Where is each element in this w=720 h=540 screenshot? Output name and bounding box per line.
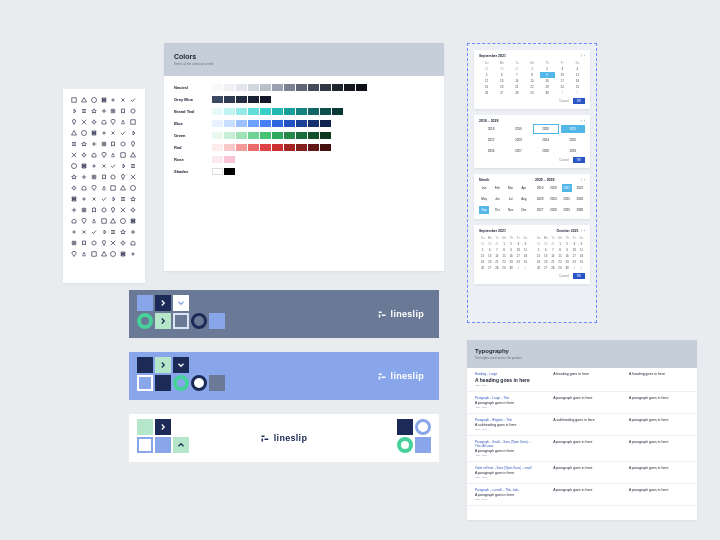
color-swatch[interactable] — [356, 84, 367, 91]
calendar-day[interactable]: 28 — [509, 90, 524, 96]
color-swatch[interactable] — [260, 108, 271, 115]
color-swatch[interactable] — [212, 84, 223, 91]
color-swatch[interactable] — [320, 108, 331, 115]
color-swatch[interactable] — [248, 96, 259, 103]
calendar-day[interactable]: 29 — [500, 265, 507, 271]
color-swatch[interactable] — [308, 108, 319, 115]
picker-cell[interactable]: 2023 — [535, 195, 545, 203]
color-swatch[interactable] — [224, 108, 235, 115]
picker-cell[interactable]: 2020 — [534, 125, 558, 133]
picker-cell[interactable]: 2022 — [575, 184, 585, 192]
calendar-day[interactable]: 27 — [486, 265, 493, 271]
picker-cell[interactable]: 2023 — [506, 136, 530, 144]
picker-cell[interactable]: 2025 — [561, 136, 585, 144]
color-swatch[interactable] — [248, 108, 259, 115]
color-swatch[interactable] — [296, 132, 307, 139]
color-swatch[interactable] — [284, 84, 295, 91]
picker-cell[interactable]: May — [479, 195, 489, 203]
color-swatch[interactable] — [236, 84, 247, 91]
color-swatch[interactable] — [272, 144, 283, 151]
cancel-button[interactable]: Cancel — [555, 273, 572, 279]
color-swatch[interactable] — [248, 144, 259, 151]
picker-cell[interactable]: Mar — [506, 184, 516, 192]
color-swatch[interactable] — [332, 84, 343, 91]
picker-cell[interactable]: Apr — [519, 184, 529, 192]
picker-cell[interactable]: 2027 — [535, 206, 545, 214]
color-swatch[interactable] — [236, 144, 247, 151]
calendar-day[interactable]: 27 — [542, 265, 549, 271]
ok-button[interactable]: OK — [573, 157, 585, 163]
color-swatch[interactable] — [332, 108, 343, 115]
picker-cell[interactable]: 2019 — [506, 125, 530, 133]
calendar-day[interactable]: 1 — [555, 90, 570, 96]
picker-cell[interactable]: 2020 — [548, 184, 558, 192]
color-swatch[interactable] — [260, 132, 271, 139]
calendar-day[interactable]: 26 — [479, 90, 494, 96]
color-swatch[interactable] — [248, 132, 259, 139]
next-icon[interactable]: › — [584, 119, 585, 123]
color-swatch[interactable] — [272, 108, 283, 115]
calendar-day[interactable]: 29 — [556, 265, 563, 271]
picker-cell[interactable]: Jul — [506, 195, 516, 203]
color-swatch[interactable] — [212, 144, 223, 151]
calendar-day[interactable]: 2 — [578, 265, 585, 271]
color-swatch[interactable] — [248, 84, 259, 91]
color-swatch[interactable] — [212, 156, 223, 163]
picker-cell[interactable]: 2024 — [548, 195, 558, 203]
color-swatch[interactable] — [260, 96, 271, 103]
next-icon[interactable]: › — [584, 54, 585, 58]
prev-icon[interactable]: ‹ — [581, 119, 582, 123]
color-swatch[interactable] — [212, 108, 223, 115]
ok-button[interactable]: OK — [573, 98, 585, 104]
color-swatch[interactable] — [224, 120, 235, 127]
color-swatch[interactable] — [284, 108, 295, 115]
color-swatch[interactable] — [272, 132, 283, 139]
color-swatch[interactable] — [320, 132, 331, 139]
picker-cell[interactable]: Aug — [519, 195, 529, 203]
color-swatch[interactable] — [308, 144, 319, 151]
calendar-day[interactable]: 26 — [535, 265, 542, 271]
color-swatch[interactable] — [320, 84, 331, 91]
color-swatch[interactable] — [272, 84, 283, 91]
picker-cell[interactable]: 2029 — [562, 206, 572, 214]
picker-cell[interactable]: 2024 — [534, 136, 558, 144]
color-swatch[interactable] — [272, 120, 283, 127]
calendar-year-picker[interactable]: 2018 – 2029‹› 20182019202020212022202320… — [474, 115, 590, 168]
calendar-day[interactable]: 30 — [540, 90, 555, 96]
prev-icon[interactable]: ‹ — [581, 54, 582, 58]
color-swatch[interactable] — [344, 84, 355, 91]
calendar-range[interactable]: September 2021 SuMoTuWeThFrSa29303112345… — [474, 225, 590, 284]
picker-cell[interactable]: 2030 — [575, 206, 585, 214]
color-swatch[interactable] — [296, 144, 307, 151]
calendar-day[interactable]: 1 — [515, 265, 522, 271]
calendar-day[interactable]: 2 — [522, 265, 529, 271]
picker-cell[interactable]: 2021 — [562, 184, 572, 192]
color-swatch[interactable] — [308, 132, 319, 139]
calendar-month[interactable]: September 2021‹› SuMoTuWeThFrSa293031123… — [474, 50, 590, 109]
calendar-day[interactable]: 27 — [494, 90, 509, 96]
prev-icon[interactable]: ‹ — [581, 229, 582, 233]
color-swatch[interactable] — [260, 120, 271, 127]
calendar-day[interactable]: 30 — [508, 265, 515, 271]
color-swatch[interactable] — [224, 84, 235, 91]
picker-cell[interactable]: Jun — [492, 195, 502, 203]
calendar-day[interactable]: 26 — [479, 265, 486, 271]
color-swatch[interactable] — [212, 120, 223, 127]
picker-cell[interactable]: 2021 — [561, 125, 585, 133]
color-swatch[interactable] — [284, 144, 295, 151]
color-swatch[interactable] — [248, 120, 259, 127]
picker-cell[interactable]: 2019 — [535, 184, 545, 192]
ok-button[interactable]: OK — [573, 273, 585, 279]
color-swatch[interactable] — [212, 168, 223, 175]
picker-cell[interactable]: 2029 — [561, 147, 585, 155]
picker-cell[interactable]: 2027 — [506, 147, 530, 155]
color-swatch[interactable] — [296, 84, 307, 91]
color-swatch[interactable] — [320, 144, 331, 151]
picker-cell[interactable]: 2025 — [562, 195, 572, 203]
calendar-day[interactable]: 30 — [564, 265, 571, 271]
color-swatch[interactable] — [296, 108, 307, 115]
picker-cell[interactable]: Oct — [492, 206, 502, 214]
calendar-day[interactable]: 28 — [549, 265, 556, 271]
calendar-month-picker[interactable]: Month JanFebMarAprMayJunJulAugSepOctNovD… — [474, 174, 590, 219]
picker-cell[interactable]: 2026 — [575, 195, 585, 203]
